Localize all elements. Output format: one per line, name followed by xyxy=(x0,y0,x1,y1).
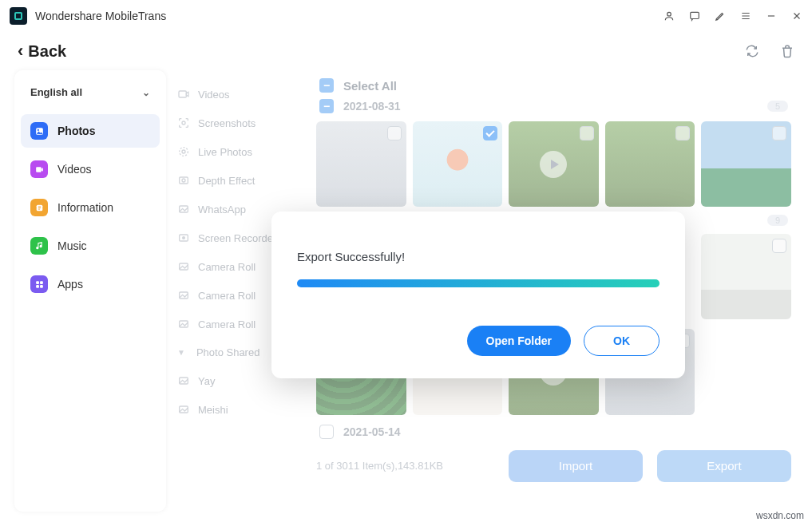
export-button[interactable]: Export xyxy=(657,450,791,482)
date-group-row[interactable]: − 2021-08-31 5 xyxy=(313,96,794,117)
chevron-left-icon: ‹ xyxy=(18,41,23,61)
date-label: 2021-05-14 xyxy=(343,425,401,438)
checkbox-partial-icon[interactable]: − xyxy=(319,99,334,113)
open-folder-button[interactable]: Open Folder xyxy=(467,326,571,356)
edit-icon[interactable] xyxy=(715,10,726,22)
videos-icon xyxy=(30,160,48,178)
sidebar-item-label: Apps xyxy=(57,278,83,291)
date-group-row[interactable]: 2021-05-14 xyxy=(313,420,794,444)
thumbnail-checkbox[interactable] xyxy=(772,126,786,140)
message-icon[interactable] xyxy=(689,10,700,22)
account-icon[interactable] xyxy=(663,10,675,22)
category-meishi[interactable]: Meishi xyxy=(171,395,305,424)
thumbnail-checkbox[interactable] xyxy=(387,126,402,140)
category-screenshots[interactable]: Screenshots xyxy=(171,109,305,137)
play-icon xyxy=(540,151,567,178)
svg-rect-1 xyxy=(691,12,699,18)
thumbnail-checkbox[interactable] xyxy=(675,126,690,140)
titlebar: Wondershare MobileTrans xyxy=(0,0,812,32)
titlebar-controls xyxy=(663,10,802,22)
refresh-icon[interactable] xyxy=(745,44,759,58)
photos-icon xyxy=(30,122,48,140)
thumbnail-grid xyxy=(313,117,794,212)
svg-rect-4 xyxy=(36,167,42,172)
svg-point-11 xyxy=(182,121,185,125)
photo-thumbnail[interactable] xyxy=(509,121,599,207)
svg-rect-7 xyxy=(40,281,43,284)
sidebar-item-music[interactable]: Music xyxy=(21,229,160,263)
language-label: English all xyxy=(30,86,82,98)
minimize-icon[interactable] xyxy=(766,10,777,22)
thumbnail-checkbox[interactable] xyxy=(483,126,497,140)
photo-thumbnail[interactable] xyxy=(701,121,791,207)
thumbnail-checkbox[interactable] xyxy=(772,239,786,253)
checkbox-empty-icon[interactable] xyxy=(319,425,334,439)
photo-thumbnail[interactable] xyxy=(605,121,695,207)
sidebar-item-label: Music xyxy=(57,239,87,252)
progress-bar xyxy=(297,279,660,287)
sidebar-item-videos[interactable]: Videos xyxy=(21,152,160,186)
watermark: wsxdn.com xyxy=(756,510,804,521)
sidebar-item-photos[interactable]: Photos xyxy=(21,114,160,148)
ok-button[interactable]: OK xyxy=(584,326,660,356)
sidebar-item-label: Photos xyxy=(57,125,95,137)
photo-thumbnail[interactable] xyxy=(701,234,791,319)
select-all-row[interactable]: − Select All xyxy=(313,75,794,96)
date-label: 2021-08-31 xyxy=(343,100,401,113)
thumbnail-checkbox[interactable] xyxy=(580,126,594,140)
information-icon xyxy=(30,199,48,216)
svg-rect-9 xyxy=(40,285,43,288)
count-badge: 9 xyxy=(767,215,788,226)
checkbox-partial-icon[interactable]: − xyxy=(319,78,334,93)
select-all-label: Select All xyxy=(343,79,397,93)
svg-rect-10 xyxy=(179,91,186,97)
count-badge: 5 xyxy=(767,101,788,112)
svg-point-12 xyxy=(182,150,185,153)
svg-rect-14 xyxy=(180,177,188,184)
back-button[interactable]: ‹ Back xyxy=(18,41,66,61)
export-success-modal: Export Successfully! Open Folder OK xyxy=(271,212,685,378)
status-text: 1 of 3011 Item(s),143.81KB xyxy=(316,460,443,472)
sidebar-item-label: Information xyxy=(57,201,113,214)
app-title: Wondershare MobileTrans xyxy=(35,10,166,22)
music-icon xyxy=(30,237,48,255)
svg-rect-6 xyxy=(36,281,39,284)
sidebar-item-label: Videos xyxy=(57,163,92,176)
trash-icon[interactable] xyxy=(780,44,794,58)
close-icon[interactable] xyxy=(791,10,802,22)
language-selector[interactable]: English all ⌄ xyxy=(21,80,160,105)
content-footer: 1 of 3011 Item(s),143.81KB Import Export xyxy=(313,444,794,482)
apps-icon xyxy=(30,275,48,293)
photo-thumbnail[interactable] xyxy=(316,121,406,207)
svg-point-13 xyxy=(180,148,188,156)
app-logo-icon xyxy=(10,7,27,25)
back-label: Back xyxy=(28,42,66,61)
menu-icon[interactable] xyxy=(740,10,751,22)
sidebar-item-information[interactable]: Information xyxy=(21,191,160,224)
svg-point-0 xyxy=(667,12,671,16)
modal-title: Export Successfully! xyxy=(297,250,660,263)
svg-point-15 xyxy=(182,179,185,182)
category-depth-effect[interactable]: Depth Effect xyxy=(171,166,305,195)
category-live-photos[interactable]: Live Photos xyxy=(171,137,305,166)
import-button[interactable]: Import xyxy=(509,450,643,482)
back-bar: ‹ Back xyxy=(0,32,812,70)
photo-thumbnail[interactable] xyxy=(413,121,503,207)
svg-point-3 xyxy=(37,129,38,130)
sidebar-item-apps[interactable]: Apps xyxy=(21,267,160,301)
svg-rect-8 xyxy=(36,285,39,288)
sidebar: English all ⌄ Photos Videos Information … xyxy=(14,70,166,512)
svg-point-18 xyxy=(183,237,185,239)
category-videos[interactable]: Videos xyxy=(171,80,305,109)
chevron-down-icon: ⌄ xyxy=(142,87,150,98)
caret-down-icon: ▼ xyxy=(177,348,185,357)
